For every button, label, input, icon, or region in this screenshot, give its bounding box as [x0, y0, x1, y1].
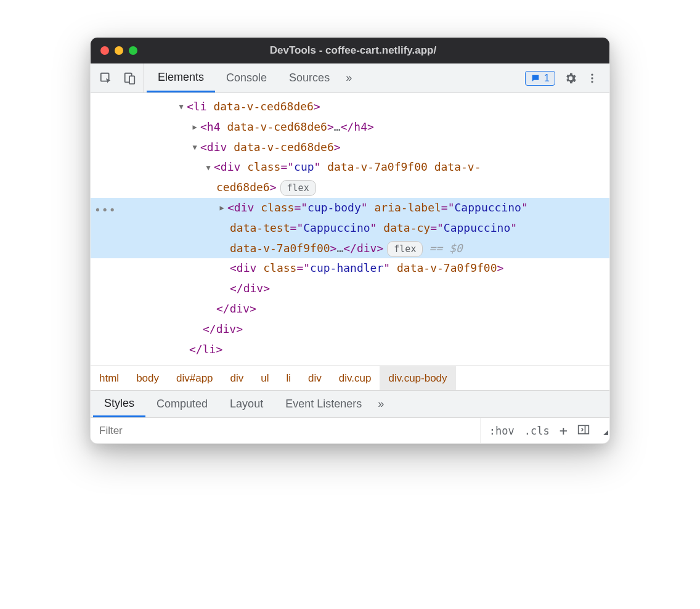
- new-rule-icon[interactable]: +: [560, 423, 568, 438]
- tab-console[interactable]: Console: [215, 63, 278, 92]
- kebab-menu-icon[interactable]: [586, 72, 598, 84]
- ellipsis-icon[interactable]: •••: [94, 202, 116, 219]
- inspect-tools: [96, 63, 144, 92]
- svg-point-4: [591, 77, 593, 79]
- breadcrumb-item[interactable]: li: [278, 366, 300, 390]
- tab-elements[interactable]: Elements: [147, 63, 215, 92]
- more-tabs-icon[interactable]: »: [373, 391, 389, 417]
- device-toggle-icon[interactable]: [123, 72, 136, 85]
- filter-controls: :hov .cls +: [480, 418, 598, 443]
- dom-row[interactable]: </div>: [91, 299, 609, 319]
- sidebar-toggle-icon[interactable]: [577, 424, 590, 438]
- console-ref: == $0: [429, 242, 462, 255]
- dom-row[interactable]: </div>: [91, 319, 609, 340]
- window-title: DevTools - coffee-cart.netlify.app/: [137, 44, 569, 57]
- issues-badge[interactable]: 1: [525, 71, 555, 86]
- cls-toggle[interactable]: .cls: [524, 425, 550, 437]
- main-toolbar: Elements Console Sources » 1: [91, 63, 609, 93]
- panel-tabs: Elements Console Sources »: [144, 63, 525, 92]
- dom-row[interactable]: ▼<li data-v-ced68de6>: [91, 97, 609, 117]
- dom-row[interactable]: ▼<div class="cup" data-v-7a0f9f00 data-v…: [91, 157, 609, 178]
- gear-icon[interactable]: [564, 72, 577, 85]
- styles-filter-bar: :hov .cls +: [91, 417, 609, 443]
- dom-row[interactable]: ced68de6>flex: [91, 178, 609, 198]
- tab-event-listeners[interactable]: Event Listeners: [274, 391, 373, 417]
- resize-corner-icon[interactable]: [598, 425, 609, 436]
- tab-styles[interactable]: Styles: [93, 391, 145, 417]
- breadcrumb-item-active[interactable]: div.cup-body: [380, 366, 455, 390]
- breadcrumb: html body div#app div ul li div div.cup …: [91, 366, 609, 390]
- breadcrumb-item[interactable]: div.cup: [330, 366, 380, 390]
- close-icon[interactable]: [100, 46, 109, 55]
- devtools-window: DevTools - coffee-cart.netlify.app/ Elem…: [90, 37, 610, 444]
- flex-badge[interactable]: flex: [280, 180, 316, 196]
- breadcrumb-item[interactable]: div: [299, 366, 330, 390]
- dom-row[interactable]: <div class="cup-handler" data-v-7a0f9f00…: [91, 258, 609, 279]
- toolbar-right: 1: [525, 71, 604, 86]
- titlebar: DevTools - coffee-cart.netlify.app/: [91, 38, 609, 63]
- dom-row[interactable]: ▶<h4 data-v-ced68de6>…</h4>: [91, 117, 609, 137]
- dom-row[interactable]: </div>: [91, 279, 609, 299]
- svg-point-5: [591, 81, 593, 83]
- filter-input[interactable]: [91, 418, 480, 443]
- tab-layout[interactable]: Layout: [219, 391, 274, 417]
- svg-point-3: [591, 73, 593, 75]
- zoom-icon[interactable]: [129, 46, 137, 55]
- dom-tree[interactable]: ▼<li data-v-ced68de6> ▶<h4 data-v-ced68d…: [91, 93, 609, 366]
- traffic-lights: [100, 46, 137, 55]
- dom-row-selected[interactable]: ••• ▶<div class="cup-body" aria-label="C…: [91, 198, 609, 258]
- breadcrumb-item[interactable]: body: [128, 366, 168, 390]
- breadcrumb-item[interactable]: div: [222, 366, 253, 390]
- dom-row[interactable]: </li>: [91, 340, 609, 360]
- breadcrumb-item[interactable]: html: [91, 366, 128, 390]
- tab-computed[interactable]: Computed: [145, 391, 219, 417]
- inspect-element-icon[interactable]: [99, 72, 113, 85]
- breadcrumb-item[interactable]: ul: [252, 366, 277, 390]
- minimize-icon[interactable]: [115, 46, 123, 55]
- dom-row[interactable]: ▼<div data-v-ced68de6>: [91, 137, 609, 158]
- svg-rect-2: [129, 76, 134, 84]
- flex-badge[interactable]: flex: [387, 241, 423, 257]
- tab-sources[interactable]: Sources: [278, 63, 341, 92]
- hov-toggle[interactable]: :hov: [489, 425, 515, 437]
- styles-tabs: Styles Computed Layout Event Listeners »: [91, 390, 609, 417]
- svg-rect-6: [579, 425, 589, 433]
- issues-count: 1: [544, 73, 550, 84]
- more-tabs-icon[interactable]: »: [341, 63, 357, 92]
- breadcrumb-item[interactable]: div#app: [168, 366, 222, 390]
